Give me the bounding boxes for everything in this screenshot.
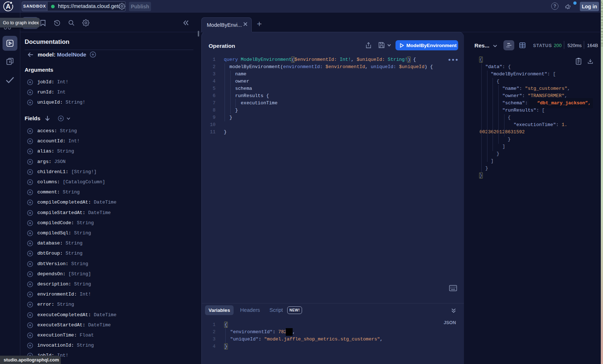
svg-text:A: A — [6, 3, 11, 10]
